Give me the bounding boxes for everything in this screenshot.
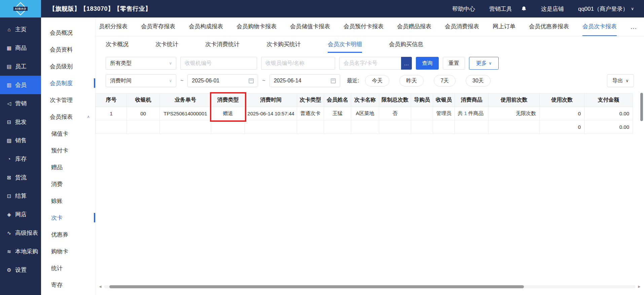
quick-range-yesterday[interactable]: 昨天 [399,75,424,86]
submenu-item-member-info[interactable]: 会员资料 [41,41,95,58]
subtabs: 次卡概况次卡统计次卡消费统计次卡购买统计会员次卡明细会员购买信息 [96,36,644,53]
export-label: 导出 [612,77,623,84]
submenu-item-member-level[interactable]: 会员级别 [41,58,95,75]
time-type-select[interactable]: 消费时间 ∨ [106,74,176,87]
cell [324,120,351,134]
marketing-tools-link[interactable]: 营销工具 [489,5,512,13]
shop-name[interactable]: 这是店铺 [541,5,564,13]
quick-range-today[interactable]: 今天 [365,75,389,86]
horizontal-scrollbar: ◄ ► [98,284,641,289]
submenu-item-label: 购物卡 [51,248,68,255]
sidebar-item-settings[interactable]: ⚙设置 [0,261,41,279]
submenu-item-coupon[interactable]: 优惠券 [41,226,95,243]
submenu-item-deposit[interactable]: 寄存 [41,276,95,293]
submenu-item-gift[interactable]: 赠品 [41,159,95,176]
sales-icon: ▨ [6,138,12,144]
subtab-member-detail[interactable]: 会员次卡明细 [328,36,362,53]
subtab-stats[interactable]: 次卡统计 [155,36,178,53]
calendar-icon [249,78,254,83]
more-filters-label: 更多 [476,60,487,67]
report-tab-4[interactable]: 会员储值卡报表 [290,17,330,36]
sidebar-item-goods[interactable]: ▦商品 [0,39,41,57]
sidebar-item-marketing[interactable]: ◁营销 [0,94,41,113]
scroll-right-arrow-icon[interactable]: ► [637,285,641,289]
subtab-consume-stats[interactable]: 次卡消费统计 [205,36,240,53]
submenu-item-prepaid-card[interactable]: 预付卡 [41,142,95,159]
quick-range-30days[interactable]: 30天 [466,75,491,86]
query-button[interactable]: 查询 [416,57,439,70]
sidebar-item-staff[interactable]: ▤员工 [0,57,41,76]
submenu-item-stored-card[interactable]: 储值卡 [41,125,95,142]
date-from-input[interactable]: 2025-06-01 [187,74,258,87]
cashier-input[interactable]: 收银员编号/名称 [261,57,335,70]
report-tab-8[interactable]: 网上订单 [493,17,515,36]
submenu-item-member-system[interactable]: 会员制度 [41,75,95,91]
vertical-scrollbar[interactable] [640,93,643,121]
sidebar-item-home[interactable]: ⌂主页 [0,20,41,39]
goods-count-prefix: 共 [458,110,464,116]
reset-button[interactable]: 重置 [443,57,465,70]
report-tab-2[interactable]: 会员构成报表 [189,17,223,36]
help-center-link[interactable]: 帮助中心 [452,5,475,13]
subtab-overview[interactable]: 次卡概况 [106,36,129,53]
submenu-item-member-overview[interactable]: 会员概况 [41,24,95,41]
cell: 2025-06-14 10:57:44 [245,107,297,120]
scrollbar-track[interactable] [104,285,636,288]
account-menu[interactable]: qq001（商户登录） ∨ [578,5,634,13]
app-logo[interactable]: AIBAO [0,0,41,17]
submenu-item-times-card[interactable]: 次卡 [41,209,95,226]
sidebar-item-inventory[interactable]: ◔库存 [0,150,41,168]
date-to-input[interactable]: 2025-06-14 [270,74,340,87]
report-tab-7[interactable]: 会员消费报表 [445,17,479,36]
sidebar-item-member[interactable]: ▥会员 [0,76,41,94]
goods-count-link[interactable]: 1 [464,110,467,116]
column-header-12: 使用前次数 [489,94,540,107]
report-tab-5[interactable]: 会员预付卡报表 [344,17,384,36]
chevron-down-icon: ∨ [631,6,634,11]
scroll-left-arrow-icon[interactable]: ◄ [98,285,102,289]
type-select[interactable]: 所有类型 ∨ [106,57,176,70]
more-filters-button[interactable]: 更多 ∨ [469,57,499,70]
column-header-1: 收银机 [127,94,160,107]
subtab-purchase-stats[interactable]: 次卡购买统计 [266,36,301,53]
sidebar-item-advanced-reports[interactable]: ∿高级报表 [0,224,41,242]
export-button[interactable]: 导出 ∨ [607,74,634,87]
scrollbar-thumb[interactable] [109,285,524,288]
report-tab-6[interactable]: 会员赠品报表 [397,17,431,36]
member-search-more-button[interactable]: … [401,57,412,70]
account-label: qq001（商户登录） [578,5,628,13]
report-tab-3[interactable]: 会员购物卡报表 [237,17,277,36]
submenu-item-times-card-manage[interactable]: 次卡管理 [41,91,95,108]
sidebar-item-wholesale[interactable]: ⊟批发 [0,113,41,131]
submenu-item-member-report[interactable]: 会员报表∧ [41,108,95,125]
sidebar-item-label: 本地采购 [15,248,38,255]
submenu-item-shopping-card[interactable]: 购物卡 [41,243,95,260]
report-tab-10[interactable]: 会员次卡报表 [582,17,617,36]
pos-number-input[interactable]: 收银机编号 [180,57,257,70]
submenu-item-label: 会员概况 [50,29,73,37]
sidebar-item-logistics[interactable]: ⊠货流 [0,168,41,187]
sidebar-item-label: 营销 [15,100,27,107]
sidebar-item-store[interactable]: ◈网店 [0,205,41,224]
report-tab-9[interactable]: 会员优惠券报表 [529,17,569,36]
submenu-item-credit[interactable]: 赊账 [41,192,95,209]
sidebar-item-sales[interactable]: ▨销售 [0,131,41,150]
report-tab-0[interactable]: 员积分报表 [99,17,128,36]
subtab-purchase-info[interactable]: 会员购买信息 [389,36,423,53]
sidebar-item-label: 高级报表 [15,229,38,237]
quick-range-7days[interactable]: 7天 [434,75,456,86]
sidebar-item-local-purchase[interactable]: ≋本地采购 [0,242,41,261]
bell-icon[interactable] [521,6,527,12]
cell: 共 1 件商品 [455,107,489,120]
content-area: 次卡概况次卡统计次卡消费统计次卡购买统计会员次卡明细会员购买信息 所有类型 ∨ … [96,36,644,295]
report-tab-1[interactable]: 会员寄存报表 [141,17,175,36]
submenu-item-stats[interactable]: 统计 [41,260,95,276]
member-input[interactable]: 会员名字/卡号 [339,57,401,70]
member-search-group: 会员名字/卡号 … [339,57,412,70]
quick-range-group: 今天昨天7天30天 [365,75,491,86]
submenu-item-consume[interactable]: 消费 [41,176,95,192]
more-tabs-button[interactable]: … [630,23,638,31]
sidebar-item-settlement[interactable]: ⊡结算 [0,187,41,205]
submenu-item-label: 赠品 [51,163,63,171]
column-header-6: 会员姓名 [324,94,351,107]
